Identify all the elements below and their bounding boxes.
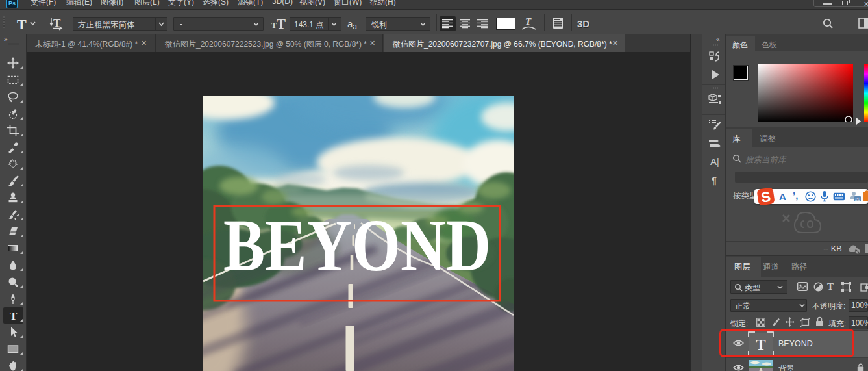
svg-text:T: T [525,16,532,27]
svg-text:20: 20 [855,197,860,201]
svg-text:T: T [10,310,18,322]
svg-text:BEYOND: BEYOND [223,204,491,287]
